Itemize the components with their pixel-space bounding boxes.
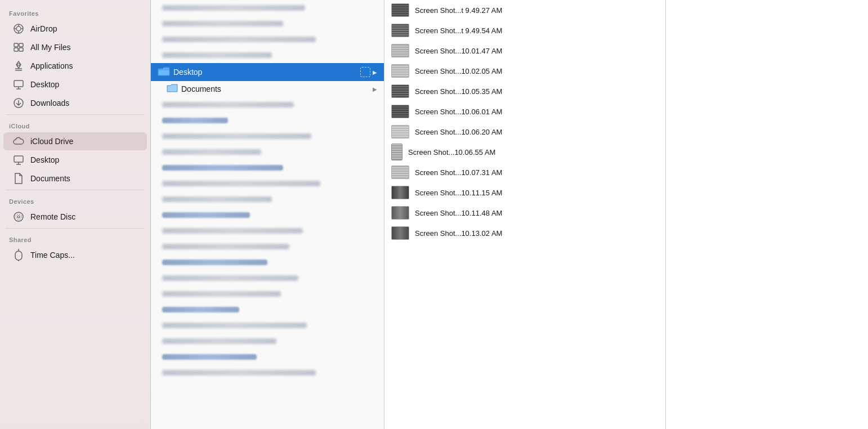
blur-row-15 xyxy=(151,254,384,270)
screenshot-thumb-12 xyxy=(391,226,409,240)
time-capsule-label: Time Caps... xyxy=(30,251,75,260)
blur-row-7 xyxy=(151,128,384,144)
column-1: Desktop ▶ Documents ▶ xyxy=(151,0,384,429)
sidebar-item-icloud-drive[interactable]: iCloud Drive xyxy=(3,132,147,150)
svg-rect-18 xyxy=(14,156,23,162)
icloud-desktop-icon xyxy=(12,154,25,166)
screenshot-row-12[interactable]: Screen Shot...10.13.02 AM xyxy=(384,223,665,243)
icloud-documents-label: Documents xyxy=(30,174,70,183)
blur-row-17 xyxy=(151,286,384,302)
documents-sub-row[interactable]: Documents ▶ xyxy=(151,81,384,97)
screenshot-name-7: Screen Shot...10.06.20 AM xyxy=(415,128,659,136)
sidebar-item-all-my-files[interactable]: All My Files xyxy=(3,38,147,56)
devices-section-label: Devices xyxy=(0,193,150,207)
blur-row-3 xyxy=(151,32,384,47)
screenshot-thumb-7 xyxy=(391,125,409,138)
screenshot-name-8: Screen Shot...10.06.55 AM xyxy=(408,148,659,157)
blur-row-13 xyxy=(151,223,384,239)
svg-rect-8 xyxy=(14,48,18,51)
devices-shared-separator xyxy=(6,228,145,229)
blur-row-5 xyxy=(151,97,384,113)
documents-folder-icon xyxy=(167,84,177,94)
screenshot-row-11[interactable]: Screen Shot...10.11.48 AM xyxy=(384,203,665,223)
icloud-desktop-label: Desktop xyxy=(30,155,59,164)
documents-disclosure-arrow: ▶ xyxy=(373,86,377,92)
screenshot-name-9: Screen Shot...10.07.31 AM xyxy=(415,168,659,177)
favorites-section-label: Favorites xyxy=(0,5,150,19)
screenshot-row-6[interactable]: Screen Shot...10.06.01 AM xyxy=(384,101,665,122)
desktop-icon xyxy=(12,78,25,91)
desktop-folder-label: Desktop xyxy=(173,68,358,77)
screenshot-row-1[interactable]: Screen Shot...t 9.49.27 AM xyxy=(384,0,665,20)
downloads-icon xyxy=(12,97,25,109)
screenshot-row-7[interactable]: Screen Shot...10.06.20 AM xyxy=(384,122,665,142)
screenshot-thumb-8 xyxy=(391,144,402,160)
main-content: Desktop ▶ Documents ▶ xyxy=(151,0,868,429)
sidebar-item-icloud-desktop[interactable]: Desktop xyxy=(3,151,147,169)
svg-point-10 xyxy=(17,64,20,66)
blur-row-9 xyxy=(151,160,384,176)
sidebar-item-remote-disc[interactable]: Remote Disc xyxy=(3,208,147,226)
sidebar-item-applications[interactable]: Applications xyxy=(3,57,147,75)
screenshot-thumb-5 xyxy=(391,84,409,98)
column-3-preview xyxy=(666,0,868,429)
downloads-label: Downloads xyxy=(30,99,69,108)
screenshot-row-9[interactable]: Screen Shot...10.07.31 AM xyxy=(384,162,665,182)
sidebar-item-downloads[interactable]: Downloads xyxy=(3,94,147,112)
desktop-label: Desktop xyxy=(30,80,59,89)
sidebar: Favorites AirDrop All My Files xyxy=(0,0,151,429)
screenshot-thumb-10 xyxy=(391,186,409,199)
sidebar-item-airdrop[interactable]: AirDrop xyxy=(3,20,147,38)
screenshot-row-5[interactable]: Screen Shot...10.05.35 AM xyxy=(384,81,665,101)
screenshot-thumb-4 xyxy=(391,64,409,78)
screenshot-name-12: Screen Shot...10.13.02 AM xyxy=(415,229,659,238)
blur-row-6 xyxy=(151,113,384,128)
remote-disc-label: Remote Disc xyxy=(30,212,75,221)
sidebar-item-time-capsule[interactable]: Time Caps... xyxy=(3,246,147,264)
time-capsule-icon xyxy=(12,249,25,261)
screenshot-name-6: Screen Shot...10.06.01 AM xyxy=(415,108,659,116)
applications-icon xyxy=(12,60,25,72)
svg-point-21 xyxy=(14,212,23,221)
sidebar-item-icloud-documents[interactable]: Documents xyxy=(3,169,147,187)
blur-row-14 xyxy=(151,239,384,254)
screenshot-thumb-6 xyxy=(391,105,409,118)
icloud-devices-separator xyxy=(6,190,145,190)
svg-rect-24 xyxy=(15,251,22,260)
screenshot-thumb-9 xyxy=(391,166,409,179)
svg-rect-7 xyxy=(19,43,23,47)
blur-row-18 xyxy=(151,302,384,318)
icloud-section-label: iCloud xyxy=(0,117,150,132)
documents-sub-label: Documents xyxy=(181,84,373,93)
svg-rect-13 xyxy=(14,81,23,87)
blur-row-11 xyxy=(151,191,384,207)
remote-disc-icon xyxy=(12,211,25,223)
dashed-indicator xyxy=(360,67,370,77)
svg-point-22 xyxy=(17,216,20,218)
desktop-disclosure-arrow: ▶ xyxy=(373,69,377,75)
applications-label: Applications xyxy=(30,61,73,70)
shared-section-label: Shared xyxy=(0,231,150,245)
blur-row-20 xyxy=(151,333,384,349)
screenshot-row-2[interactable]: Screen Shot...t 9.49.54 AM xyxy=(384,20,665,41)
screenshot-row-8[interactable]: Screen Shot...10.06.55 AM xyxy=(384,142,665,162)
svg-point-1 xyxy=(16,26,21,31)
screenshot-row-3[interactable]: Screen Shot...10.01.47 AM xyxy=(384,41,665,61)
screenshot-row-10[interactable]: Screen Shot...10.11.15 AM xyxy=(384,182,665,203)
desktop-folder-icon xyxy=(158,66,169,78)
column-2: Screen Shot...t 9.49.27 AM Screen Shot..… xyxy=(384,0,666,429)
screenshot-name-5: Screen Shot...10.05.35 AM xyxy=(415,87,659,96)
screenshot-thumb-3 xyxy=(391,44,409,57)
sidebar-item-desktop[interactable]: Desktop xyxy=(3,75,147,93)
blur-row-10 xyxy=(151,176,384,191)
blur-row-12 xyxy=(151,207,384,223)
all-my-files-icon xyxy=(12,41,25,53)
svg-point-23 xyxy=(16,214,21,220)
airdrop-label: AirDrop xyxy=(30,24,57,33)
screenshot-thumb-1 xyxy=(391,3,409,17)
screenshot-row-4[interactable]: Screen Shot...10.02.05 AM xyxy=(384,61,665,81)
icloud-drive-icon xyxy=(12,135,25,148)
svg-rect-6 xyxy=(14,43,18,47)
desktop-selected-row[interactable]: Desktop ▶ xyxy=(151,63,384,81)
blur-row-21 xyxy=(151,349,384,365)
